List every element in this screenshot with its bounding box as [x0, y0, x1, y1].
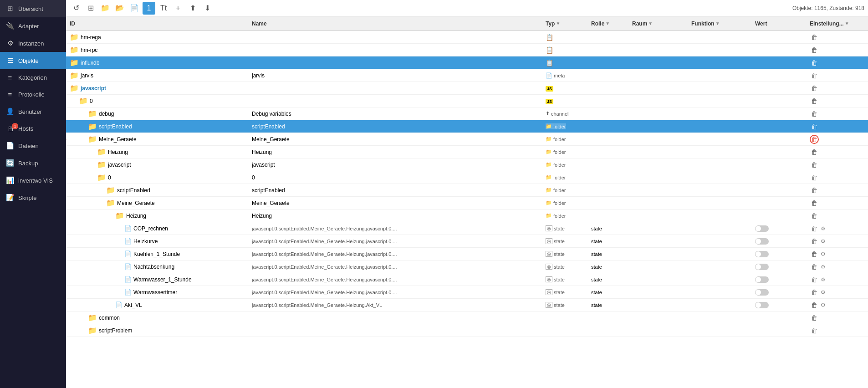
toggle-switch[interactable]	[755, 225, 769, 232]
view-table-button[interactable]: ⊞	[84, 2, 97, 15]
delete-button[interactable]: 🗑	[810, 160, 819, 169]
toggle-switch[interactable]	[755, 276, 769, 283]
table-row[interactable]: 📁 0 JS 🗑	[66, 95, 868, 107]
download-button[interactable]: ⬇	[201, 2, 214, 15]
sidebar-item-adapter[interactable]: 🔌 Adapter	[0, 17, 66, 35]
table-row[interactable]: 📁 hm-rega 📋 🗑	[66, 31, 868, 44]
delete-button[interactable]: 🗑	[810, 313, 819, 322]
table-row[interactable]: 📁 hm-rpc 📋 🗑	[66, 44, 868, 56]
table-row[interactable]: 📄 Warmwassertimer javascript.0.scriptEna…	[66, 286, 868, 299]
col-header-funktion[interactable]: Funktion ▼	[691, 20, 755, 27]
delete-button[interactable]: 🗑	[810, 250, 819, 259]
sidebar-item-objekte[interactable]: ☰ Objekte	[0, 52, 66, 69]
sidebar-item-benutzer[interactable]: 👤 Benutzer	[0, 103, 66, 120]
sidebar-item-hosts[interactable]: 🖥 Hosts 1	[0, 120, 66, 137]
table-row[interactable]: 📁 common 🗑	[66, 311, 868, 324]
delete-button[interactable]: 🗑	[810, 224, 819, 233]
instanzen-icon: ⚙	[5, 39, 15, 47]
table-row[interactable]: 📁 debug Debug variables ⬆ channel 🗑	[66, 107, 868, 120]
sidebar-item-inventwo[interactable]: 📊 inventwo VIS	[0, 172, 66, 189]
sidebar-item-kategorien[interactable]: ≡ Kategorien	[0, 69, 66, 86]
delete-button[interactable]: 🗑	[810, 211, 819, 220]
table-row[interactable]: 📁 Heizung Heizung 📁folder 🗑	[66, 146, 868, 158]
delete-button[interactable]: 🗑	[810, 173, 819, 182]
delete-button[interactable]: 🗑	[810, 58, 819, 67]
create-folder-button[interactable]: 📁	[99, 2, 112, 15]
delete-button[interactable]: 🗑	[810, 97, 819, 106]
toggle-switch[interactable]	[755, 264, 769, 270]
einstellung-filter-icon[interactable]: ▼	[845, 21, 849, 26]
cell-einstellung: 🗑 ⚙	[810, 262, 864, 271]
table-row[interactable]: 📁 scriptProblem 🗑	[66, 324, 868, 337]
delete-button[interactable]: 🗑	[810, 275, 819, 284]
filter-button[interactable]: 📄	[128, 2, 141, 15]
delete-button[interactable]: 🗑	[810, 135, 819, 144]
cell-typ: JS	[546, 98, 591, 104]
delete-button[interactable]: 🗑	[810, 326, 819, 335]
table-row[interactable]: 📁 0 0 📁folder 🗑	[66, 171, 868, 184]
table-row[interactable]: 📁 influxdb 📋 🗑	[66, 56, 868, 69]
col-header-raum[interactable]: Raum ▼	[632, 20, 691, 27]
table-row[interactable]: 📁 Meine_Geraete Meine_Geraete 📁 folder 🗑	[66, 133, 868, 146]
settings-icon[interactable]: ⚙	[821, 225, 826, 232]
table-row[interactable]: 📄 Heizkurve javascript.0.scriptEnabled.M…	[66, 235, 868, 248]
typ-filter-icon[interactable]: ▼	[556, 21, 560, 26]
refresh-button[interactable]: ↺	[70, 2, 82, 15]
toggle-switch[interactable]	[755, 251, 769, 257]
funktion-filter-icon[interactable]: ▼	[715, 21, 720, 26]
add-button[interactable]: +	[172, 2, 184, 15]
table-row[interactable]: 📁 Heizung Heizung 📁folder 🗑	[66, 209, 868, 222]
delete-button[interactable]: 🗑	[810, 33, 819, 42]
open-folder-button[interactable]: 📂	[113, 2, 126, 15]
table-row[interactable]: 📁 Meine_Geraete Meine_Geraete 📁folder 🗑	[66, 197, 868, 209]
settings-icon[interactable]: ⚙	[821, 251, 826, 257]
table-row[interactable]: 📁 javascript javascript 📁folder 🗑	[66, 158, 868, 171]
col-header-id: ID	[70, 20, 252, 27]
sidebar-item-backup[interactable]: 🔄 Backup	[0, 154, 66, 172]
delete-button[interactable]: 🗑	[810, 288, 819, 297]
delete-button[interactable]: 🗑	[810, 199, 819, 208]
sidebar-item-skripte[interactable]: 📝 Skripte	[0, 189, 66, 206]
sidebar-item-dateien[interactable]: 📄 Dateien	[0, 137, 66, 154]
delete-button[interactable]: 🗑	[810, 262, 819, 271]
settings-icon[interactable]: ⚙	[821, 302, 826, 308]
settings-icon[interactable]: ⚙	[821, 238, 826, 245]
sidebar-item-ubersicht[interactable]: ⊞ Übersicht	[0, 0, 66, 17]
raum-filter-icon[interactable]: ▼	[648, 21, 653, 26]
delete-button[interactable]: 🗑	[810, 84, 819, 93]
toggle-switch[interactable]	[755, 289, 769, 296]
delete-button[interactable]: 🗑	[810, 109, 819, 118]
settings-icon[interactable]: ⚙	[821, 276, 826, 283]
delete-button[interactable]: 🗑	[810, 46, 819, 55]
toggle-switch[interactable]	[755, 302, 769, 308]
toggle-switch[interactable]	[755, 238, 769, 245]
upload-button[interactable]: ⬆	[186, 2, 199, 15]
text-button[interactable]: Tt	[157, 2, 170, 15]
table-row[interactable]: 📁 scriptEnabled scriptEnabled 📁 folder 🗑	[66, 120, 868, 133]
table-row[interactable]: 📁 javascript JS 🗑	[66, 82, 868, 95]
delete-button[interactable]: 🗑	[810, 122, 819, 131]
cell-id: 📁 0	[70, 97, 252, 105]
table-row[interactable]: 📄 COP_rechnen javascript.0.scriptEnabled…	[66, 222, 868, 235]
table-row[interactable]: 📄 Akt_VL javascript.0.scriptEnabled.Mein…	[66, 299, 868, 311]
sidebar-item-instanzen[interactable]: ⚙ Instanzen	[0, 35, 66, 52]
rolle-filter-icon[interactable]: ▼	[605, 21, 610, 26]
number-button[interactable]: 1	[143, 2, 155, 15]
sidebar-item-protokolle[interactable]: ≡ Protokolle	[0, 86, 66, 103]
folder-icon2: 📁	[546, 174, 552, 180]
delete-button[interactable]: 🗑	[810, 186, 819, 195]
delete-button[interactable]: 🗑	[810, 71, 819, 80]
delete-button[interactable]: 🗑	[810, 148, 819, 157]
delete-button[interactable]: 🗑	[810, 237, 819, 246]
delete-button[interactable]: 🗑	[810, 301, 819, 310]
settings-icon[interactable]: ⚙	[821, 264, 826, 270]
table-row[interactable]: 📄 Warmwasser_1_Stunde javascript.0.scrip…	[66, 273, 868, 286]
col-header-rolle[interactable]: Rolle ▼	[591, 20, 632, 27]
table-row[interactable]: 📁 jarvis jarvis 📄 meta 🗑	[66, 69, 868, 82]
col-header-einstellung[interactable]: Einstellung... ▼	[810, 20, 864, 27]
col-header-typ[interactable]: Typ ▼	[546, 20, 591, 27]
settings-icon[interactable]: ⚙	[821, 289, 826, 296]
table-row[interactable]: 📁 scriptEnabled scriptEnabled 📁folder 🗑	[66, 184, 868, 197]
table-row[interactable]: 📄 Kuehlen_1_Stunde javascript.0.scriptEn…	[66, 248, 868, 260]
table-row[interactable]: 📄 Nachtabsenkung javascript.0.scriptEnab…	[66, 260, 868, 273]
